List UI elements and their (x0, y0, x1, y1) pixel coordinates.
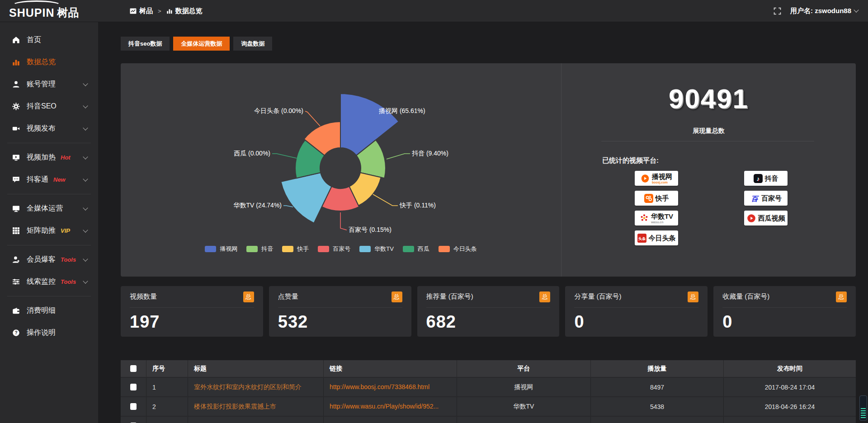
column-header-4: 平台 (457, 360, 590, 377)
legend-label: 快手 (297, 245, 309, 253)
pie-slice-华数TV[interactable] (281, 173, 331, 223)
sidebar-item-label: 矩阵助推 (27, 226, 56, 235)
sidebar-item-label: 首页 (27, 35, 41, 45)
monitor-play-icon (12, 154, 20, 161)
video-title-link[interactable]: 室外水纹灯和室内水纹灯的区别和简介 (194, 383, 302, 391)
cell-time (723, 417, 856, 423)
douyin-logo-icon: ♪♪♪ (754, 174, 763, 183)
tab-1[interactable]: 抖音seo数据 (121, 37, 170, 51)
screen-icon (12, 205, 20, 212)
sidebar-item-3[interactable]: 账号管理 (0, 73, 98, 95)
fullscreen-button[interactable] (774, 7, 781, 15)
user-menu[interactable]: 用户名: zswodun88 (790, 7, 858, 15)
sidebar-item-10[interactable]: 会员爆客Tools (0, 249, 98, 271)
row-checkbox[interactable] (130, 403, 137, 410)
platform-badge-text: 抖音 (765, 175, 778, 182)
chevron-down-icon (83, 176, 88, 181)
stat-card-title: 视频数量 (130, 292, 157, 301)
toutiao-logo-icon: 头条 (637, 234, 646, 243)
table-body: 1室外水纹灯和室内水纹灯的区别和简介http://www.boosj.com/7… (121, 378, 856, 423)
video-url-link[interactable]: http://www.wasu.cn/Play/show/id/952... (330, 397, 439, 416)
chevron-down-icon (83, 125, 88, 130)
cell-title (188, 417, 323, 423)
sidebar-item-label: 视频发布 (27, 124, 56, 133)
select-all-checkbox[interactable] (130, 365, 137, 372)
cell-index: 2 (146, 397, 188, 416)
cell-plays (590, 417, 723, 423)
legend-item-抖音[interactable]: 抖音 (246, 245, 273, 253)
legend-item-播视网[interactable]: 播视网 (205, 245, 237, 253)
sidebar-item-label: 数据总览 (27, 57, 56, 67)
sidebar-item-11[interactable]: 线索监控Tools (0, 271, 98, 293)
stat-card-header: 视频数量总 (130, 286, 254, 308)
chart-legend: 播视网抖音快手百家号华数TV西瓜今日头条 (121, 245, 561, 253)
cell-time: 2018-04-26 16:24 (723, 397, 856, 416)
legend-swatch (439, 246, 450, 252)
floating-widget[interactable] (859, 395, 867, 421)
sidebar-item-4[interactable]: 抖音SEO (0, 95, 98, 118)
chevron-down-icon (83, 256, 88, 261)
tab-2[interactable]: 全媒体运营数据 (173, 37, 230, 51)
stat-card-header: 分享量 (百家号)总 (574, 286, 698, 308)
platform-badge-toutiao: 头条今日头条 (635, 230, 678, 245)
video-title-link[interactable]: 楼体投影灯投影效果震撼上市 (194, 403, 276, 411)
platform-badge-douyin: ♪♪♪抖音 (744, 171, 788, 186)
cell-link (323, 417, 457, 423)
breadcrumb-label: 数据总览 (175, 7, 203, 15)
question-icon: ? (12, 329, 20, 337)
tab-3[interactable]: 询盘数据 (233, 37, 272, 51)
sidebar-item-label: 视频加热 (27, 153, 56, 162)
app-logo: SHUPIN 树品 (0, 0, 107, 22)
sidebar-item-13[interactable]: ?操作说明 (0, 322, 98, 344)
sidebar-item-6[interactable]: 视频加热Hot (0, 146, 98, 169)
breadcrumb-item-home[interactable]: 树品 (130, 7, 153, 15)
svg-text:♪: ♪ (756, 175, 760, 182)
xigua-logo-icon (747, 214, 756, 223)
stat-card-title: 收藏量 (百家号) (722, 292, 769, 301)
home-icon (12, 36, 20, 44)
cell-platform (457, 417, 590, 423)
total-impressions-label: 展现量总数 (561, 127, 856, 135)
legend-item-华数TV[interactable]: 华数TV (359, 245, 394, 253)
row-checkbox[interactable] (130, 384, 137, 390)
sliders-icon (12, 278, 20, 286)
legend-item-西瓜[interactable]: 西瓜 (403, 245, 429, 253)
legend-swatch (282, 246, 293, 252)
chevron-down-icon (83, 278, 88, 283)
total-badge: 总 (392, 291, 402, 302)
stat-card-title: 推荐量 (百家号) (426, 292, 473, 301)
platform-badge-text: 快手 (656, 195, 669, 202)
sidebar-item-badge: New (53, 176, 66, 183)
gear-icon (12, 103, 20, 110)
table-header-row: 序号标题链接平台播放量发布时间 (121, 360, 856, 377)
sidebar-item-2[interactable]: 数据总览 (0, 51, 98, 73)
legend-swatch (403, 246, 414, 252)
header-checkbox-cell (121, 360, 146, 377)
sidebar-item-8[interactable]: 全媒体运营 (0, 197, 98, 220)
summary-divider (601, 141, 814, 141)
cell-plays: 5438 (590, 397, 723, 416)
legend-item-百家号[interactable]: 百家号 (318, 245, 350, 253)
sidebar-item-7[interactable]: 抖客通New (0, 169, 98, 191)
legend-item-快手[interactable]: 快手 (282, 245, 309, 253)
stat-card-5: 收藏量 (百家号)总0 (713, 286, 856, 337)
platform-name: 今日头条 (649, 235, 676, 241)
pie-chart-section: 播视网 (65.61%)抖音 (9.40%)快手 (0.11%)百家号 (0.1… (121, 63, 561, 277)
platform-name: 播视网 (652, 173, 672, 180)
video-url-link[interactable]: http://www.boosj.com/7338468.html (330, 378, 429, 396)
column-header-1: 序号 (146, 360, 188, 377)
total-badge: 总 (539, 291, 550, 302)
platform-name: 华数TV (651, 213, 673, 220)
platform-name: 抖音 (765, 175, 778, 182)
legend-item-今日头条[interactable]: 今日头条 (439, 245, 477, 253)
topbar-right: 用户名: zswodun88 (774, 7, 868, 15)
platform-badge-kuaishou: 快手 (635, 191, 678, 206)
breadcrumb-item-current[interactable]: 数据总览 (166, 7, 203, 15)
sidebar-item-12[interactable]: 消费明细 (0, 300, 98, 322)
total-badge: 总 (243, 291, 254, 302)
sidebar-item-9[interactable]: 矩阵助推VIP (0, 220, 98, 242)
sidebar-item-5[interactable]: 视频发布 (0, 118, 98, 140)
sidebar-item-1[interactable]: 首页 (0, 29, 98, 51)
platform-badge-text: 播视网boosj.com (652, 173, 672, 184)
cell-title: 楼体投影灯投影效果震撼上市 (188, 397, 323, 416)
